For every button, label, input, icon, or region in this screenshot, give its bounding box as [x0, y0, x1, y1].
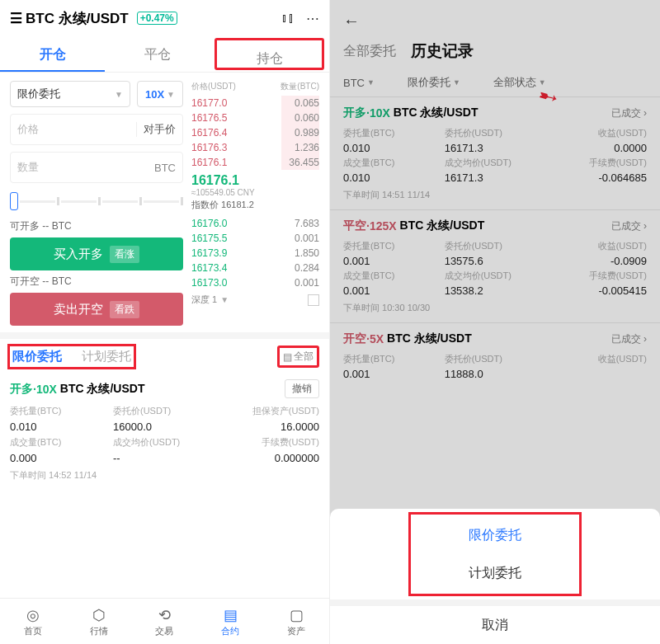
trade-icon: ⟲: [158, 606, 171, 624]
leverage-select[interactable]: 10X ▼: [137, 81, 183, 107]
open-order-card: 开多·10X BTC 永续/USDT 撤销 委托量(BTC) 委托价(USDT)…: [0, 374, 329, 491]
bid-row[interactable]: 16173.00.001: [191, 275, 319, 290]
qty-input[interactable]: 数量 BTC: [10, 152, 183, 183]
sheet-opt-limit[interactable]: 限价委托: [414, 516, 576, 554]
buy-button[interactable]: 买入开多 看涨: [10, 237, 183, 270]
market-icon: ⬡: [92, 606, 106, 624]
action-sheet: 限价委托 计划委托 取消: [330, 509, 660, 644]
ask-row[interactable]: 16176.50.060: [191, 110, 319, 125]
chevron-down-icon: ▼: [220, 295, 229, 304]
amount-slider[interactable]: [10, 191, 183, 211]
sell-button[interactable]: 卖出开空 看跌: [10, 293, 183, 326]
nav-assets[interactable]: ▢资产: [263, 599, 329, 644]
price-input[interactable]: 价格 对手价: [10, 114, 183, 145]
chevron-down-icon: ▼: [167, 90, 175, 99]
all-orders-button[interactable]: ▤ 全部: [277, 346, 319, 368]
nav-home[interactable]: ◎首页: [0, 599, 66, 644]
nav-trade[interactable]: ⟲交易: [132, 599, 198, 644]
more-icon[interactable]: ⋯: [306, 11, 319, 26]
cancel-order-button[interactable]: 撤销: [285, 379, 319, 398]
orderbook: 价格(USDT)数量(BTC) 16177.00.06516176.50.060…: [191, 81, 319, 326]
list-icon: ▤: [283, 351, 292, 363]
menu-icon: ☰: [10, 10, 22, 27]
change-badge: +0.47%: [137, 12, 177, 25]
avail-short: 可开空 -- BTC: [10, 275, 183, 289]
sheet-opt-plan[interactable]: 计划委托: [414, 554, 576, 592]
bid-row[interactable]: 16173.40.284: [191, 261, 319, 275]
index-price: 指数价 16181.2: [191, 199, 319, 211]
ask-row[interactable]: 16176.31.236: [191, 140, 319, 155]
sheet-cancel[interactable]: 取消: [330, 606, 660, 644]
chevron-down-icon: ▼: [115, 90, 123, 99]
pair-title[interactable]: ☰ BTC 永续/USDT +0.47%: [10, 9, 177, 28]
tab-close[interactable]: 平仓: [105, 36, 210, 72]
depth-select[interactable]: 深度 1 ▼: [191, 294, 319, 306]
bottom-nav: ◎首页 ⬡行情 ⟲交易 ▤合约 ▢资产: [0, 598, 329, 644]
bid-row[interactable]: 16173.91.850: [191, 246, 319, 261]
ask-row[interactable]: 16176.40.989: [191, 125, 319, 140]
book-view-icon: [308, 294, 319, 306]
nav-market[interactable]: ⬡行情: [66, 599, 132, 644]
nav-contract[interactable]: ▤合约: [197, 599, 263, 644]
wallet-icon: ▢: [290, 606, 304, 624]
flame-icon: ◎: [26, 606, 40, 624]
order-type-select[interactable]: 限价委托 ▼: [10, 81, 130, 107]
bid-row[interactable]: 16175.50.001: [191, 231, 319, 246]
bid-row[interactable]: 16176.07.683: [191, 216, 319, 231]
ask-row[interactable]: 16176.136.455: [191, 155, 319, 170]
counterparty-btn[interactable]: 对手价: [136, 122, 176, 137]
tab-position[interactable]: 持仓: [214, 38, 324, 70]
last-price: 16176.1: [191, 173, 319, 188]
chart-icon[interactable]: ⫾⫿: [281, 11, 295, 26]
tab-open[interactable]: 开仓: [0, 36, 105, 72]
ask-row[interactable]: 16177.00.065: [191, 96, 319, 110]
avail-long: 可开多 -- BTC: [10, 219, 183, 233]
orders-tab-limit[interactable]: 限价委托: [10, 346, 64, 367]
contract-icon: ▤: [224, 606, 238, 624]
orders-tab-plan[interactable]: 计划委托: [79, 346, 134, 367]
